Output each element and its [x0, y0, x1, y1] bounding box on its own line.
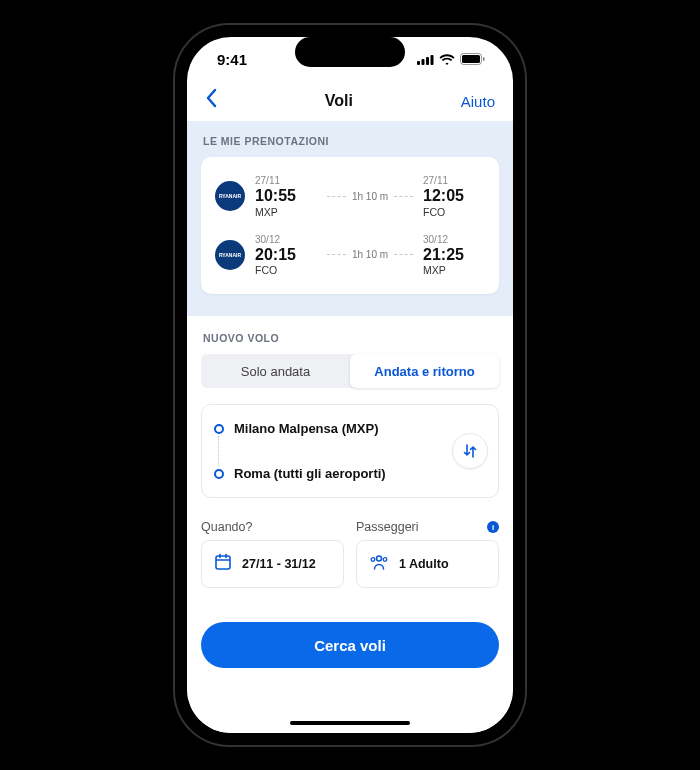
arr-date: 27/11	[423, 175, 485, 186]
dep-code: FCO	[255, 264, 317, 276]
phone-screen: 9:41 Voli Aiuto LE MIE PRE	[187, 37, 513, 733]
new-flight-label: NUOVO VOLO	[201, 332, 499, 344]
svg-rect-6	[483, 57, 485, 61]
status-right	[417, 51, 485, 68]
departure-col: 27/11 10:55 MXP	[255, 175, 317, 218]
people-icon	[369, 554, 389, 574]
page-title: Voli	[325, 92, 353, 110]
svg-rect-3	[431, 55, 434, 65]
airline-logo: RYANAIR	[215, 181, 245, 211]
info-icon[interactable]: i	[487, 521, 499, 533]
notch	[295, 37, 405, 67]
content: LE MIE PRENOTAZIONI RYANAIR 27/11 10:55 …	[187, 121, 513, 733]
swap-icon	[462, 443, 478, 459]
flight-middle: 1h 10 m	[327, 249, 413, 260]
passengers-value: 1 Adulto	[399, 557, 449, 571]
arr-time: 21:25	[423, 246, 485, 264]
when-picker: Quando? 27/11 - 31/12	[201, 520, 344, 588]
origin-bullet-icon	[214, 424, 224, 434]
passengers-picker: Passeggeri i 1 Adulto	[356, 520, 499, 588]
battery-icon	[460, 51, 485, 68]
when-label: Quando?	[201, 520, 252, 534]
destination-row[interactable]: Roma (tutti gli aeroporti)	[214, 466, 486, 481]
search-flights-button[interactable]: Cerca voli	[201, 622, 499, 668]
origin-value: Milano Malpensa (MXP)	[234, 421, 378, 436]
flight-middle: 1h 10 m	[327, 191, 413, 202]
svg-rect-2	[426, 57, 429, 65]
nav-bar: Voli Aiuto	[187, 81, 513, 121]
dash-line	[327, 254, 346, 255]
calendar-icon	[214, 553, 232, 575]
dash-line	[327, 196, 346, 197]
trip-type-tabs: Solo andata Andata e ritorno	[201, 354, 499, 388]
dep-date: 27/11	[255, 175, 317, 186]
airline-logo: RYANAIR	[215, 240, 245, 270]
origin-row[interactable]: Milano Malpensa (MXP)	[214, 421, 486, 436]
cellular-icon	[417, 51, 434, 68]
arrival-col: 30/12 21:25 MXP	[423, 234, 485, 277]
booking-row[interactable]: RYANAIR 27/11 10:55 MXP 1h 10 m 27/	[215, 167, 485, 226]
arr-time: 12:05	[423, 187, 485, 205]
dep-date: 30/12	[255, 234, 317, 245]
booking-row[interactable]: RYANAIR 30/12 20:15 FCO 1h 10 m 30/	[215, 226, 485, 285]
arr-date: 30/12	[423, 234, 485, 245]
dep-time: 10:55	[255, 187, 317, 205]
arr-code: MXP	[423, 264, 485, 276]
passengers-card[interactable]: 1 Adulto	[356, 540, 499, 588]
passengers-label: Passeggeri	[356, 520, 419, 534]
tab-one-way[interactable]: Solo andata	[201, 354, 350, 388]
phone-frame: 9:41 Voli Aiuto LE MIE PRE	[175, 25, 525, 745]
airports-card: Milano Malpensa (MXP) Roma (tutti gli ae…	[201, 404, 499, 498]
dep-code: MXP	[255, 206, 317, 218]
chevron-left-icon	[205, 88, 217, 108]
dep-time: 20:15	[255, 246, 317, 264]
svg-point-13	[383, 558, 387, 562]
arr-code: FCO	[423, 206, 485, 218]
new-flight-section: NUOVO VOLO Solo andata Andata e ritorno …	[187, 316, 513, 598]
svg-rect-0	[417, 61, 420, 65]
bookings-label: LE MIE PRENOTAZIONI	[201, 135, 499, 147]
when-value: 27/11 - 31/12	[242, 557, 316, 571]
flight-duration: 1h 10 m	[352, 191, 388, 202]
destination-value: Roma (tutti gli aeroporti)	[234, 466, 386, 481]
dash-line	[394, 254, 413, 255]
picker-label-row: Quando?	[201, 520, 344, 534]
home-indicator[interactable]	[290, 721, 410, 725]
wifi-icon	[439, 51, 455, 68]
pickers-row: Quando? 27/11 - 31/12 Passeggeri i	[201, 520, 499, 588]
svg-rect-7	[216, 556, 230, 569]
tab-round-trip[interactable]: Andata e ritorno	[350, 354, 499, 388]
bookings-section: LE MIE PRENOTAZIONI RYANAIR 27/11 10:55 …	[187, 121, 513, 316]
departure-col: 30/12 20:15 FCO	[255, 234, 317, 277]
svg-rect-1	[422, 59, 425, 65]
svg-rect-5	[462, 55, 480, 63]
picker-label-row: Passeggeri i	[356, 520, 499, 534]
arrival-col: 27/11 12:05 FCO	[423, 175, 485, 218]
swap-button[interactable]	[452, 433, 488, 469]
dash-line	[394, 196, 413, 197]
back-button[interactable]	[205, 88, 217, 114]
svg-point-12	[371, 558, 375, 562]
status-time: 9:41	[217, 51, 247, 68]
flight-duration: 1h 10 m	[352, 249, 388, 260]
svg-point-11	[377, 556, 382, 561]
when-card[interactable]: 27/11 - 31/12	[201, 540, 344, 588]
help-link[interactable]: Aiuto	[461, 93, 495, 110]
airport-connector	[218, 436, 486, 466]
destination-bullet-icon	[214, 469, 224, 479]
bookings-card[interactable]: RYANAIR 27/11 10:55 MXP 1h 10 m 27/	[201, 157, 499, 294]
